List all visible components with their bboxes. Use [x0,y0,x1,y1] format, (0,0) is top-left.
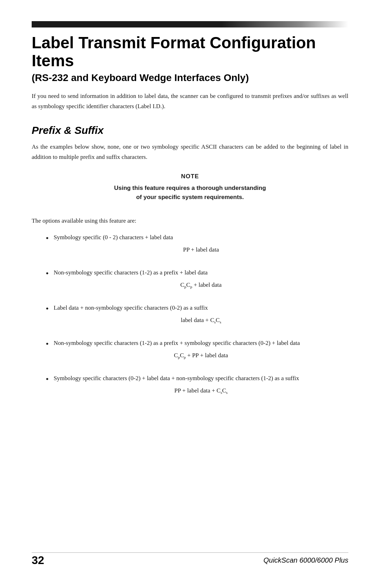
formula: PP + label data [53,245,348,255]
bullet-content: Symbology specific characters (0-2) + la… [53,373,348,402]
header-gradient-bar [32,21,348,27]
bullet-icon: • [46,303,49,314]
bullet-text: Symbology specific characters (0-2) + la… [53,375,299,382]
page: Label Transmit Format Configuration Item… [0,0,380,588]
formula: CpCp + label data [53,280,348,290]
bullet-text: Non-symbology specific characters (1-2) … [53,269,208,276]
note-label: NOTE [53,173,327,180]
bullet-text: Label data + non-symbology specific char… [53,304,208,311]
note-block: NOTE Using this feature requires a thoro… [53,173,327,202]
footer-divider [32,552,348,553]
section-paragraph: As the examples below show, none, one or… [32,142,348,162]
options-intro: The options available using this feature… [32,216,348,226]
bullet-icon: • [46,268,49,279]
bullet-content: Non-symbology specific characters (1-2) … [53,268,348,296]
bullet-text: Non-symbology specific characters (1-2) … [53,340,300,346]
list-item: • Symbology specific (0 - 2) characters … [46,233,348,261]
intro-paragraph: If you need to send information in addit… [32,91,348,112]
bullet-icon: • [46,339,49,349]
footer: 32 QuickScan 6000/6000 Plus [32,554,348,567]
formula: label data + CsCs [53,315,348,326]
bullet-list: • Symbology specific (0 - 2) characters … [46,233,348,402]
product-name: QuickScan 6000/6000 Plus [264,556,348,564]
list-item: • Non-symbology specific characters (1-2… [46,268,348,296]
subtitle: (RS-232 and Keyboard Wedge Interfaces On… [32,72,348,83]
bullet-content: Symbology specific (0 - 2) characters + … [53,233,348,261]
note-text: Using this feature requires a thorough u… [53,184,327,202]
main-title: Label Transmit Format Configuration Item… [32,34,348,69]
bullet-icon: • [46,233,49,244]
list-item: • Symbology specific characters (0-2) + … [46,373,348,402]
bullet-content: Non-symbology specific characters (1-2) … [53,338,348,366]
list-item: • Label data + non-symbology specific ch… [46,303,348,331]
page-number: 32 [32,554,44,567]
formula: CpCp + PP + label data [53,351,348,361]
bullet-icon: • [46,374,49,385]
list-item: • Non-symbology specific characters (1-2… [46,338,348,366]
section-title: Prefix & Suffix [32,124,348,136]
bullet-text: Symbology specific (0 - 2) characters + … [53,234,173,241]
formula: PP + label data + CsCs [53,386,348,396]
bullet-content: Label data + non-symbology specific char… [53,303,348,331]
